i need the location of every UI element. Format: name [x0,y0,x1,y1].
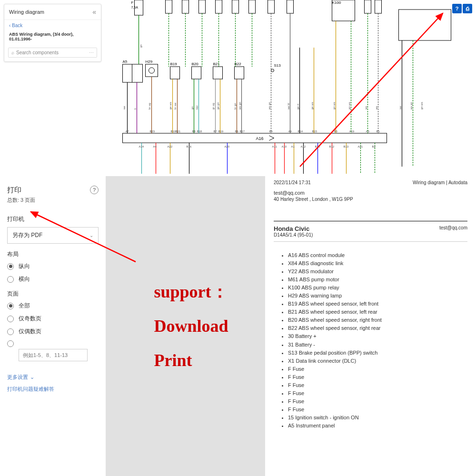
svg-rect-22 [123,133,387,143]
svg-text:A20: A20 [225,145,230,148]
svg-rect-12 [399,10,451,40]
svg-text:B23: B23 [150,130,155,133]
svg-text:hbl: hbl [196,106,198,109]
doc-car: Honda Civic [274,225,313,232]
list-item: B19 ABS wheel speed sensor, left front [288,300,467,308]
list-item: B22 ABS wheel speed sensor, right rear [288,324,467,332]
help-icon[interactable]: ? [452,4,462,13]
radio-pages-custom[interactable] [7,340,99,347]
more-icon[interactable]: ⋯ [89,50,94,55]
svg-text:br og: br og [148,103,151,109]
label-F-val: 7,5A [131,6,139,9]
print-dialog: 打印 ? 总数: 3 页面 打印机 另存为 PDF ⌄ 布局 纵向 横向 页面 … [0,176,106,476]
svg-text:gn: gn [191,106,194,109]
svg-rect-17 [170,67,180,79]
doc-address: 40 Harley Street , London , W1G 9PP [274,197,467,202]
svg-text:A4: A4 [153,145,157,148]
printer-value: 另存为 PDF [12,231,42,239]
svg-rect-2 [182,0,189,13]
more-settings-link[interactable]: 更多设置 ⌄ [7,374,99,381]
svg-text:ge ws: ge ws [311,102,314,109]
radio-landscape[interactable]: 横向 [7,275,99,283]
radio-icon [7,276,14,283]
pages-custom-input[interactable] [19,349,88,361]
wiring-diagram[interactable]: F 7,5A K100 [107,0,457,176]
printer-label: 打印机 [7,215,99,223]
svg-text:A9: A9 [288,130,292,133]
search-input[interactable]: ⌕ Search components ⋯ [8,48,97,58]
list-item: 31 Battery - [288,341,467,349]
svg-text:B15: B15 [312,130,317,133]
radio-icon [7,316,14,322]
label-F: F [131,0,134,5]
label-B20: B20 [192,62,199,66]
svg-rect-10 [365,0,371,13]
label-A16: A16 [256,136,264,141]
list-item: F Fuse [288,373,467,381]
svg-text:A11: A11 [272,145,278,148]
annotation-line: Download [154,309,228,343]
svg-rect-5 [232,0,239,13]
list-item: Y22 ABS modulator [288,268,467,276]
svg-text:B25: B25 [315,145,320,148]
radio-portrait[interactable]: 纵向 [7,262,99,270]
svg-text:B8: B8 [192,130,196,133]
svg-rect-11 [375,0,382,13]
collapse-icon[interactable]: « [92,8,96,16]
svg-rect-20 [235,67,244,79]
svg-text:ws: ws [365,106,367,110]
document-preview: 2022/11/24 17:31 Wiring diagram | Autoda… [265,176,476,476]
label-K100: K100 [332,0,341,5]
svg-text:ge rt: ge rt [297,104,299,109]
svg-text:gr og: gr og [212,103,215,109]
svg-rect-4 [216,0,222,13]
list-item: H29 ABS warning lamp [288,292,467,300]
layout-label: 布局 [7,250,99,258]
sidebar-title: Wiring diagram [9,9,44,15]
list-item: B20 ABS wheel speed sensor, right front [288,316,467,324]
svg-text:B18: B18 [197,130,202,133]
doc-source: Wiring diagram | Autodata [413,180,467,185]
svg-text:ge gn: ge gn [217,102,219,109]
svg-text:B3: B3 [334,130,338,133]
printer-select[interactable]: 另存为 PDF ⌄ [7,227,99,244]
radio-pages-all[interactable]: 全部 [7,302,99,310]
doc-engine: D14A5/1.4 (95-01) [274,232,313,238]
svg-text:sw: sw [123,106,126,109]
list-item: 30 Battery + [288,332,467,340]
svg-rect-3 [199,0,206,13]
svg-text:B16: B16 [187,145,192,148]
list-item: B21 ABS wheel speed sensor, left rear [288,308,467,316]
svg-text:B2: B2 [372,145,376,148]
svg-text:B17: B17 [240,130,245,133]
svg-text:B21: B21 [176,130,181,133]
svg-text:B6: B6 [235,130,239,133]
svg-text:B1: B1 [377,130,380,133]
radio-pages-odd[interactable]: 仅奇数页 [7,315,99,323]
help-icon[interactable]: ? [90,186,99,194]
svg-text:A22: A22 [168,145,173,148]
svg-text:ws: ws [375,106,378,110]
svg-rect-1 [166,0,172,13]
doc-date: 2022/11/24 17:31 [274,180,311,185]
svg-text:B14: B14 [298,130,303,133]
svg-text:sw bl: sw bl [287,103,290,109]
chevron-down-icon: ⌄ [30,374,34,380]
print-icon[interactable]: ⎙ [463,4,472,13]
list-item: F Fuse [288,365,467,373]
radio-pages-even[interactable]: 仅偶数页 [7,327,99,336]
radio-icon [7,340,14,347]
svg-text:br gn: br gn [234,103,237,109]
svg-point-21 [271,69,274,72]
back-link[interactable]: ‹ Back [4,20,101,31]
label-S13: S13 [274,63,281,68]
svg-text:A21: A21 [358,145,363,148]
svg-rect-18 [192,67,201,79]
svg-text:gn ws: gn ws [420,102,423,109]
svg-text:gn ws: gn ws [333,102,336,109]
radio-icon [7,328,14,335]
list-item: A5 Instrument panel [288,422,467,430]
troubleshoot-link[interactable]: 打印机问题疑难解答 [7,386,99,393]
sidebar-panel: Wiring diagram « ‹ Back ABS Wiring diagr… [4,4,101,62]
print-title: 打印 [7,186,21,195]
